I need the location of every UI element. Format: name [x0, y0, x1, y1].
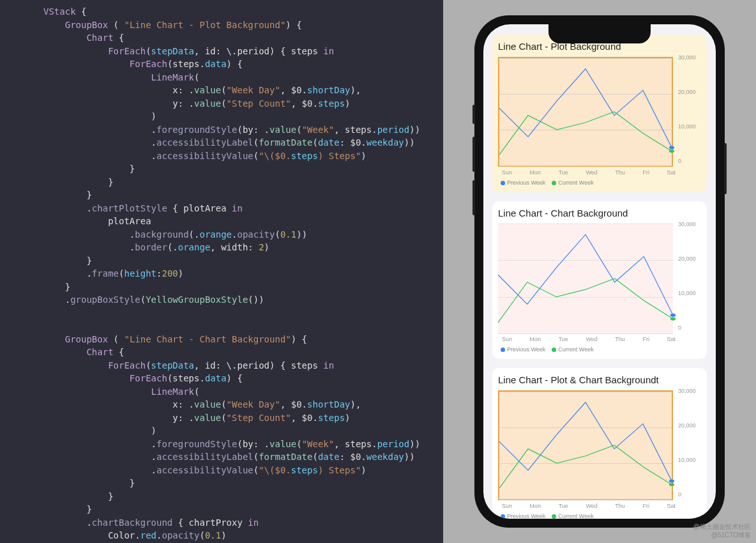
- chart-area: 30,000 20,000 10,000 0: [498, 224, 701, 333]
- y-axis-labels: 30,000 20,000 10,000 0: [676, 57, 701, 167]
- svg-point-5: [669, 483, 674, 486]
- plot-area: [498, 57, 673, 167]
- notch: [548, 24, 651, 43]
- x-axis-labels: SunMonTueWedThuFriSat: [498, 167, 701, 177]
- legend-dot-icon: [501, 348, 505, 352]
- watermark: @稀土掘金技术社区 @51CTO博客: [693, 523, 751, 539]
- plot-area: [498, 390, 673, 500]
- svg-point-0: [669, 146, 674, 149]
- legend-dot-icon: [501, 514, 505, 519]
- x-axis-labels: SunMonTueWedThuFriSat: [498, 500, 701, 510]
- legend-dot-icon: [552, 514, 556, 519]
- mute-switch: [472, 105, 475, 124]
- screen-content[interactable]: Line Chart - Plot Background: [483, 24, 716, 519]
- svg-point-2: [670, 314, 676, 317]
- chart-card-chart-background: Line Chart - Chart Background: [492, 201, 707, 359]
- chart-area: 30,000 20,000 10,000 0: [498, 57, 701, 167]
- legend-dot-icon: [552, 181, 556, 185]
- chart-lines: [499, 392, 672, 499]
- chart-legend: Previous Week Current Week: [498, 344, 701, 353]
- code-content: VStack { GroupBox ( "Line Chart - Plot B…: [43, 5, 443, 543]
- volume-down: [472, 180, 475, 215]
- chart-lines: [498, 224, 673, 333]
- legend-dot-icon: [501, 181, 505, 185]
- svg-point-3: [670, 317, 676, 320]
- power-button: [724, 143, 727, 194]
- legend-dot-icon: [552, 348, 556, 352]
- chart-lines: [499, 58, 672, 165]
- y-axis-labels: 30,000 20,000 10,000 0: [676, 390, 701, 500]
- chart-card-plot-background: Line Chart - Plot Background: [492, 34, 707, 192]
- device-frame: Line Chart - Plot Background: [474, 15, 725, 528]
- svg-point-4: [669, 479, 674, 482]
- card-title: Line Chart - Chart Background: [498, 208, 701, 218]
- x-axis-labels: SunMonTueWedThuFriSat: [498, 333, 701, 344]
- preview-pane: Line Chart - Plot Background: [443, 0, 756, 543]
- code-editor[interactable]: VStack { GroupBox ( "Line Chart - Plot B…: [0, 0, 443, 543]
- card-title: Line Chart - Plot & Chart Backgroundt: [498, 374, 701, 385]
- svg-point-1: [669, 149, 674, 153]
- chart-legend: Previous Week Current Week: [498, 510, 701, 519]
- plot-area: [498, 224, 673, 333]
- chart-card-both-backgrounds: Line Chart - Plot & Chart Backgroundt: [492, 368, 707, 519]
- chart-legend: Previous Week Current Week: [498, 177, 701, 186]
- y-axis-labels: 30,000 20,000 10,000 0: [676, 224, 701, 333]
- device-screen: Line Chart - Plot Background: [483, 24, 716, 519]
- volume-up: [472, 137, 475, 172]
- chart-area: 30,000 20,000 10,000 0: [498, 390, 701, 500]
